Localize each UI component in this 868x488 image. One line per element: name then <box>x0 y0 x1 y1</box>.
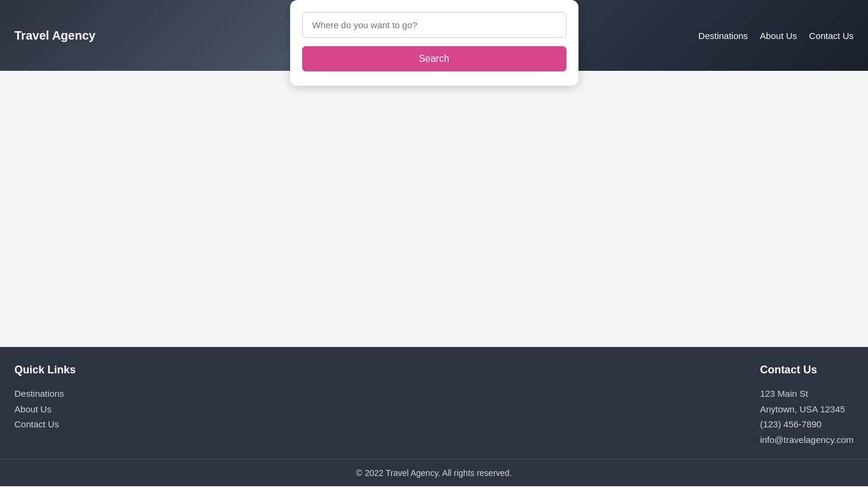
quick-links-title: Quick Links <box>14 364 76 376</box>
nav-contact[interactable]: Contact Us <box>809 31 854 41</box>
main-nav: Destinations About Us Contact Us <box>699 31 854 41</box>
search-button[interactable]: Search <box>302 46 566 71</box>
footer-link-about[interactable]: About Us <box>14 402 76 417</box>
search-input[interactable] <box>302 12 566 38</box>
site-logo: Travel Agency <box>14 29 96 43</box>
footer-link-destinations[interactable]: Destinations <box>14 386 76 402</box>
phone: (123) 456-7890 <box>760 417 854 432</box>
footer-quick-links: Quick Links Destinations About Us Contac… <box>14 364 76 447</box>
contact-title: Contact Us <box>760 364 854 376</box>
footer-bottom: © 2022 Travel Agency. All rights reserve… <box>0 459 868 486</box>
address-line2: Anytown, USA 12345 <box>760 402 854 417</box>
footer-link-contact[interactable]: Contact Us <box>14 417 76 432</box>
footer: Quick Links Destinations About Us Contac… <box>0 347 868 486</box>
page-body <box>0 71 868 347</box>
search-box: Search <box>290 0 578 86</box>
footer-contact: Contact Us 123 Main St Anytown, USA 1234… <box>760 364 854 447</box>
nav-about[interactable]: About Us <box>760 31 797 41</box>
nav-destinations[interactable]: Destinations <box>699 31 748 41</box>
footer-top: Quick Links Destinations About Us Contac… <box>0 347 868 459</box>
email: info@travelagency.com <box>760 432 854 448</box>
copyright-text: © 2022 Travel Agency. All rights reserve… <box>356 468 512 478</box>
address-line1: 123 Main St <box>760 386 854 402</box>
